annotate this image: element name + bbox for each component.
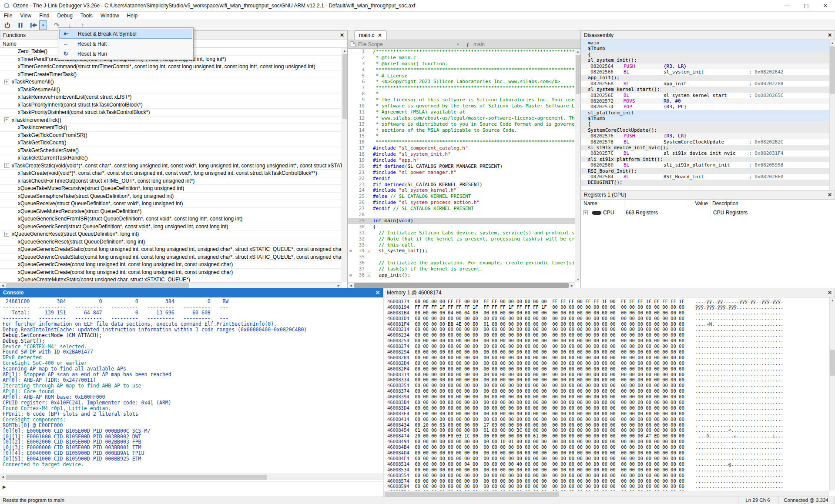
code-line-35[interactable]: 35 [348, 254, 575, 260]
disasm-source-row[interactable]: SystemCoreClockUpdate(); [581, 127, 829, 133]
code-line-20[interactable]: 20#if defined(SL_CATALOG_POWER_MANAGER_P… [348, 164, 575, 170]
breakpoint-gutter[interactable] [348, 230, 353, 236]
menu-item-reset-halt[interactable]: ←Reset & Halt [59, 39, 192, 49]
breakpoint-gutter[interactable] [348, 61, 353, 67]
breakpoint-gutter[interactable] [348, 218, 353, 224]
memory-row[interactable]: 460084B4 00 00 00 00 00 00 00 00 00 00 0… [387, 444, 829, 450]
disasm-instruction-row[interactable]: 0820256EBLsl_system_kernel_start; 0x0820… [581, 93, 829, 98]
breakpoint-gutter[interactable] [348, 85, 353, 91]
memory-row[interactable]: 46008374 00 00 00 00 00 00 00 00 00 00 0… [387, 388, 829, 394]
memory-row[interactable]: 46008214 00 00 00 00 00 00 00 00 00 00 0… [387, 327, 829, 332]
breakpoint-gutter[interactable] [348, 200, 353, 206]
code-line-5[interactable]: 5 * # License [348, 73, 575, 79]
memory-row[interactable]: 46008394 00 00 00 00 00 00 00 00 00 00 0… [387, 394, 829, 400]
function-list-item[interactable]: xQueueGiveMutexRecursive(struct QueueDef… [0, 208, 342, 216]
memory-row[interactable]: 460081B4 00 00 00 00 04 00 04 00 00 00 0… [387, 310, 829, 316]
registers-close-icon[interactable]: ✕ [828, 192, 832, 198]
code-line-11[interactable]: 11 * Agreement (MSLA) available at [348, 109, 575, 115]
breakpoint-gutter[interactable] [348, 151, 353, 157]
disasm-instruction-row[interactable]: 08202584BLRSI_Board_Init; 0x08202660 [581, 174, 829, 180]
console-command-input[interactable]: ▶ [0, 481, 383, 492]
function-list-item[interactable]: xQueueReceive(struct QueueDefinition*, c… [0, 200, 342, 208]
disasm-source-row[interactable]: { [581, 121, 829, 127]
breakpoint-gutter[interactable] [348, 164, 353, 170]
code-line-13[interactable]: 13 * software is distributed to you in S… [348, 121, 575, 127]
breakpoint-gutter[interactable] [348, 242, 353, 248]
disasm-instruction-row[interactable]: 08202580BLsli_si91x_platform_init; 0x082… [581, 162, 829, 168]
memory-row[interactable]: 46008574 00 00 00 00 00 00 00 00 00 00 0… [387, 478, 829, 484]
minimize-button[interactable]: — [778, 0, 797, 12]
memory-row[interactable]: 460083B4 00 00 00 00 00 00 00 00 00 00 0… [387, 400, 829, 405]
memory-row[interactable]: 460083F4 00 00 00 00 00 00 00 00 00 00 0… [387, 411, 829, 417]
function-list-item[interactable]: xTaskGetTickCount() [0, 139, 342, 147]
function-list-item[interactable]: xTaskResumeAll() [0, 86, 342, 94]
console-close-icon[interactable]: ✕ [376, 290, 380, 296]
functions-hscrollbar[interactable]: ◀ ▶ [0, 282, 342, 288]
close-button[interactable]: ✕ [816, 0, 835, 12]
memory-row[interactable]: 460084F4 00 00 00 00 00 00 00 00 00 00 0… [387, 456, 829, 461]
code-line-3[interactable]: 3 * @brief main() function. [348, 61, 575, 67]
code-line-23[interactable]: 23#if defined(SL_CATALOG_KERNEL_PRESENT) [348, 182, 575, 188]
breakpoint-gutter[interactable] [348, 248, 353, 254]
breakpoint-gutter[interactable] [348, 67, 353, 73]
code-hscrollbar[interactable]: ◀ ▶ [348, 282, 575, 288]
function-list-item[interactable]: xQueueGenericCreate(const long unsigned … [0, 261, 342, 269]
disasm-symbol-row[interactable]: sl_platform_init [581, 110, 829, 116]
memory-row[interactable]: 46008234 00 00 00 00 00 00 00 00 00 00 0… [387, 332, 829, 338]
breakpoint-gutter[interactable] [348, 170, 353, 176]
fold-plus-icon[interactable]: + [367, 249, 371, 253]
registers-col-description[interactable]: Description [712, 200, 738, 207]
code-line-7[interactable]: 7 **************************************… [348, 85, 575, 91]
breakpoint-gutter[interactable] [348, 236, 353, 242]
disasm-instruction-row[interactable]: 08202578BLSystemCoreClockUpdate; 0x08202… [581, 139, 829, 145]
disasm-source-row[interactable]: sl_si91x_device_init_nvic(); [581, 145, 829, 150]
breakpoint-gutter[interactable] [348, 194, 353, 200]
function-list-item[interactable]: xQueueGenericCreateStatic(const long uns… [0, 246, 342, 254]
memory-row[interactable]: 46008414 00 00 00 00 00 00 00 00 00 00 0… [387, 417, 829, 422]
console-hscrollbar[interactable]: ◀ [0, 474, 383, 480]
code-line-1[interactable]: 1/**************************************… [348, 49, 575, 55]
memory-row[interactable]: 46008334 00 00 00 00 00 00 00 00 00 00 0… [387, 377, 829, 383]
memory-row[interactable]: 460081F4 00 00 00 00 BB 4E 00 60 01 00 0… [387, 321, 829, 327]
disasm-instruction-row[interactable]: 08202574POP{R3, PC} [581, 104, 829, 110]
function-list-item[interactable]: xTaskPriorityInherit(const struct tskTas… [0, 101, 342, 109]
disasm-source-row[interactable]: app_init(); [581, 75, 829, 80]
memory-row[interactable]: 460085B4 00 00 00 00 00 00 00 00 00 00 0… [387, 489, 829, 491]
memory-row[interactable]: 46008254 00 00 00 00 00 00 00 00 00 00 0… [387, 338, 829, 344]
menu-item-reset-break-at-symbol[interactable]: ⇤Reset & Break At Symbol [59, 29, 192, 39]
code-line-30[interactable]: 30{ [348, 224, 575, 230]
code-line-33[interactable]: 33 // this call. [348, 242, 575, 248]
breakpoint-gutter[interactable] [348, 206, 353, 212]
breakpoint-gutter[interactable] [348, 103, 353, 109]
breakpoint-gutter[interactable] [348, 145, 353, 151]
memory-row[interactable]: 46008494 00 00 00 00 00 00 00 00 00 00 1… [387, 439, 829, 444]
code-line-25[interactable]: 25#else // SL_CATALOG_KERNEL_PRESENT [348, 194, 575, 200]
memory-row[interactable]: 46008514 00 00 00 00 00 00 04 00 00 00 0… [387, 461, 829, 467]
menu-help[interactable]: Help [123, 12, 142, 20]
function-list-item[interactable]: xQueueGenericSendFromISR(struct QueueDef… [0, 215, 342, 223]
maximize-button[interactable]: ▢ [797, 0, 816, 12]
memory-row[interactable]: 46008454 01 00 00 00 00 00 00 00 01 00 0… [387, 427, 829, 433]
memory-row[interactable]: 46008474 20 00 00 00 F0 03 1C 00 00 00 0… [387, 433, 829, 439]
disasm-instruction-row[interactable]: 08202564PUSH{R3, LR} [581, 63, 829, 69]
code-line-2[interactable]: 2 * @file main.c [348, 55, 575, 61]
code-line-8[interactable]: 8 * [348, 91, 575, 97]
disasm-source-row[interactable]: RSI_Board_Init(); [581, 168, 829, 174]
memory-row[interactable]: 460081D4 00 00 00 00 00 00 00 00 00 00 0… [387, 316, 829, 321]
disasm-symbol-row[interactable]: $Thumb [581, 46, 829, 51]
code-line-15[interactable]: 15 * [348, 133, 575, 139]
disasm-instruction-row[interactable]: 08202576PUSH{R3, LR} [581, 133, 829, 139]
disasm-instruction-row[interactable]: 0820257CBLsl_si91x_device_init_nvic; 0x0… [581, 150, 829, 156]
code-line-17[interactable]: 17#include "sl_component_catalog.h" [348, 145, 575, 151]
code-line-4[interactable]: 4 **************************************… [348, 67, 575, 73]
breakpoint-gutter[interactable] [348, 187, 353, 194]
code-line-24[interactable]: 24#include "sl_system_kernel.h" [348, 187, 575, 194]
function-list-item[interactable]: xTaskGetSchedulerState() [0, 147, 342, 155]
function-list-item[interactable]: xTaskCheckForTimeOut(const struct xTIME_… [0, 177, 342, 185]
memory-row[interactable]: 46008354 00 00 00 00 00 00 00 00 00 00 0… [387, 383, 829, 388]
breakpoint-gutter[interactable] [348, 109, 353, 115]
fold-plus-icon[interactable]: + [4, 163, 9, 168]
code-line-27[interactable]: 27#endif // SL_CATALOG_KERNEL_PRESENT [348, 206, 575, 212]
function-list-item[interactable]: xQueueTakeMutexRecursive(struct QueueDef… [0, 185, 342, 193]
code-line-22[interactable]: 22#endif [348, 176, 575, 182]
